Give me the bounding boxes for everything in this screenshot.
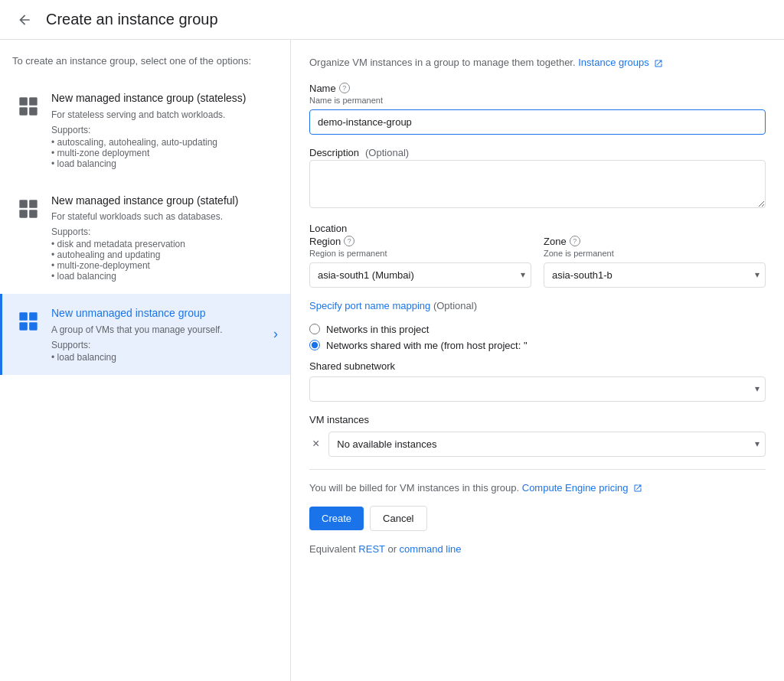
subnetwork-select-wrapper: ▾	[309, 376, 766, 402]
name-section: Name ? Name is permanent	[309, 83, 766, 135]
option-unmanaged[interactable]: New unmanaged instance group A group of …	[0, 294, 290, 375]
port-mapping-section: Specify port name mapping (Optional)	[309, 300, 766, 311]
action-buttons: Create Cancel	[309, 506, 766, 531]
region-select[interactable]: asia-south1 (Mumbai)	[309, 262, 531, 288]
zone-help-icon[interactable]: ?	[570, 236, 580, 246]
option-managed-stateless-supports: • autoscaling, autohealing, auto-updatin…	[51, 137, 278, 169]
option-managed-stateless-title: New managed instance group (stateless)	[51, 91, 278, 106]
vm-instance-close-button[interactable]: ×	[309, 435, 322, 453]
svg-rect-9	[29, 313, 37, 321]
back-button[interactable]	[12, 8, 37, 32]
svg-rect-8	[19, 313, 27, 321]
svg-rect-2	[19, 107, 27, 116]
page-header: Create an instance group	[0, 0, 784, 40]
vm-instance-select-wrapper: No available instances ▾	[328, 432, 766, 457]
option-managed-stateful-supports-label: Supports:	[51, 226, 278, 237]
compute-engine-pricing-link[interactable]: Compute Engine pricing	[522, 482, 642, 494]
region-label: Region ?	[309, 236, 531, 247]
option-managed-stateful-desc: For stateful workloads such as databases…	[51, 211, 278, 222]
subnetwork-section: Shared subnetwork ▾	[309, 360, 766, 402]
network-project-option[interactable]: Networks in this project	[309, 324, 766, 335]
zone-field: Zone ? Zone is permanent asia-south1-b ▾	[544, 236, 766, 288]
network-shared-radio[interactable]	[309, 340, 320, 350]
right-panel: Organize VM instances in a group to mana…	[291, 40, 784, 681]
network-project-radio[interactable]	[309, 324, 320, 334]
unmanaged-icon	[15, 308, 42, 335]
name-input[interactable]	[309, 109, 766, 135]
location-grid: Region ? Region is permanent asia-south1…	[309, 236, 766, 288]
subnetwork-label: Shared subnetwork	[309, 360, 766, 372]
equivalent-section: Equivalent REST or command line	[309, 543, 766, 555]
option-managed-stateless-supports-label: Supports:	[51, 125, 278, 135]
option-unmanaged-supports-label: Supports:	[51, 340, 267, 350]
cancel-button[interactable]: Cancel	[370, 506, 426, 531]
svg-rect-5	[29, 200, 37, 208]
vm-instance-row: × No available instances ▾	[309, 432, 766, 457]
vm-instance-select[interactable]: No available instances	[328, 432, 766, 457]
rest-link[interactable]: REST	[358, 543, 384, 555]
svg-rect-3	[29, 107, 37, 116]
vm-instances-label: VM instances	[309, 414, 766, 425]
region-select-wrapper: asia-south1 (Mumbai) ▾	[309, 262, 531, 288]
managed-stateless-icon	[15, 93, 42, 120]
svg-rect-11	[29, 322, 37, 331]
managed-stateful-icon	[15, 195, 42, 223]
port-mapping-link[interactable]: Specify port name mapping	[309, 300, 430, 311]
panel-intro: Organize VM instances in a group to mana…	[309, 55, 766, 70]
description-label: Description (Optional)	[309, 147, 766, 158]
subnetwork-select[interactable]	[309, 376, 766, 402]
left-panel-intro: To create an instance group, select one …	[0, 55, 290, 79]
svg-rect-6	[19, 210, 27, 218]
svg-rect-1	[29, 97, 37, 105]
svg-rect-7	[29, 210, 37, 218]
main-content: To create an instance group, select one …	[0, 40, 784, 681]
network-project-label: Networks in this project	[326, 324, 429, 335]
svg-rect-10	[19, 322, 27, 331]
network-radio-group: Networks in this project Networks shared…	[309, 324, 766, 351]
name-help-icon[interactable]: ?	[339, 83, 350, 93]
page-title: Create an instance group	[46, 11, 218, 28]
panel-intro-text: Organize VM instances in a group to mana…	[309, 57, 576, 68]
location-label: Location	[309, 223, 766, 234]
description-section: Description (Optional)	[309, 147, 766, 210]
option-managed-stateless[interactable]: New managed instance group (stateless) F…	[0, 79, 290, 181]
svg-rect-0	[19, 97, 27, 105]
location-section: Location Region ? Region is permanent as…	[309, 223, 766, 288]
cli-link[interactable]: command line	[400, 543, 462, 555]
option-managed-stateless-desc: For stateless serving and batch workload…	[51, 109, 278, 120]
vm-instances-section: VM instances × No available instances ▾	[309, 414, 766, 457]
zone-select-wrapper: asia-south1-b ▾	[544, 262, 766, 288]
create-button[interactable]: Create	[309, 507, 364, 530]
network-shared-option[interactable]: Networks shared with me (from host proje…	[309, 340, 766, 351]
region-field: Region ? Region is permanent asia-south1…	[309, 236, 531, 288]
name-label: Name ?	[309, 83, 766, 94]
description-optional: (Optional)	[365, 147, 409, 158]
zone-label: Zone ?	[544, 236, 766, 247]
option-managed-stateful-supports: • disk and metadata preservation • autoh…	[51, 239, 278, 282]
region-help-icon[interactable]: ?	[344, 236, 354, 246]
network-shared-label: Networks shared with me (from host proje…	[326, 340, 528, 351]
option-unmanaged-desc: A group of VMs that you manage yourself.	[51, 324, 267, 335]
zone-select[interactable]: asia-south1-b	[544, 262, 766, 288]
billing-note: You will be billed for VM instances in t…	[309, 482, 766, 494]
region-sublabel: Region is permanent	[309, 249, 531, 258]
instance-groups-link[interactable]: Instance groups	[578, 57, 663, 68]
option-unmanaged-supports: • load balancing	[51, 352, 267, 363]
port-optional-text: (Optional)	[433, 300, 477, 311]
name-sublabel: Name is permanent	[309, 96, 766, 105]
left-panel: To create an instance group, select one …	[0, 40, 291, 681]
svg-rect-4	[19, 200, 27, 208]
option-managed-stateful-title: New managed instance group (stateful)	[51, 194, 278, 209]
option-unmanaged-chevron: ›	[273, 326, 278, 342]
description-textarea[interactable]	[309, 160, 766, 208]
option-unmanaged-title: New unmanaged instance group	[51, 306, 267, 321]
divider	[309, 469, 766, 470]
zone-sublabel: Zone is permanent	[544, 249, 766, 258]
option-managed-stateful[interactable]: New managed instance group (stateful) Fo…	[0, 181, 290, 295]
